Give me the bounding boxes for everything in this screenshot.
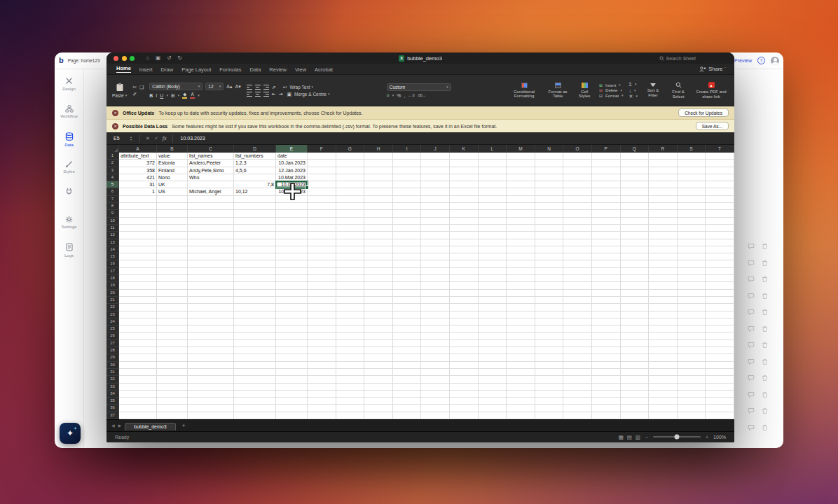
cell-R23[interactable]: [649, 312, 678, 318]
cell-M33[interactable]: [507, 384, 535, 391]
cell-R34[interactable]: [649, 391, 678, 398]
cell-N5[interactable]: [535, 181, 564, 188]
cell-I35[interactable]: [393, 398, 422, 405]
cell-J36[interactable]: [421, 405, 450, 412]
cell-B20[interactable]: [157, 290, 188, 297]
cell-Q27[interactable]: [621, 340, 650, 347]
cell-J31[interactable]: [421, 369, 450, 376]
cell-P8[interactable]: [592, 203, 621, 210]
cell-I16[interactable]: [393, 260, 422, 267]
cell-S20[interactable]: [678, 290, 706, 297]
conditional-formatting-button[interactable]: Conditional Formatting: [508, 77, 540, 104]
cell-T35[interactable]: [706, 398, 734, 405]
format-cells-button[interactable]: ⊡ Format ▾: [599, 94, 624, 98]
cell-C22[interactable]: [188, 304, 234, 311]
trash-icon[interactable]: [762, 424, 768, 431]
align-center-icon[interactable]: [255, 92, 261, 97]
cell-S35[interactable]: [678, 398, 706, 405]
sidebar-item-workflow[interactable]: Workflow: [55, 105, 83, 133]
cell-F11[interactable]: [308, 225, 336, 232]
cell-A3[interactable]: 358: [119, 167, 157, 174]
cell-A5[interactable]: 31: [119, 181, 157, 188]
cell-D19[interactable]: [234, 282, 276, 289]
cell-Q29[interactable]: [621, 354, 650, 361]
font-color-button[interactable]: A: [190, 92, 195, 99]
cell-P31[interactable]: [592, 369, 621, 376]
row-header-23[interactable]: 23: [107, 312, 119, 318]
cell-F30[interactable]: [308, 362, 336, 369]
cell-O14[interactable]: [563, 246, 592, 253]
cell-R9[interactable]: [649, 210, 678, 217]
cell-R16[interactable]: [649, 260, 678, 267]
cell-E24[interactable]: [276, 318, 308, 326]
row-header-17[interactable]: 17: [107, 268, 119, 275]
cell-E23[interactable]: [276, 312, 308, 318]
cell-Q28[interactable]: [621, 347, 650, 354]
cell-Q30[interactable]: [621, 362, 650, 369]
ribbon-tab-data[interactable]: Data: [250, 66, 261, 73]
cell-C28[interactable]: [188, 347, 234, 354]
trash-icon[interactable]: [762, 293, 768, 300]
ribbon-tab-acrobat[interactable]: Acrobat: [315, 66, 333, 73]
cell-H2[interactable]: [364, 160, 393, 167]
cell-K30[interactable]: [450, 362, 479, 369]
row-header-34[interactable]: 34: [107, 391, 119, 398]
cell-M12[interactable]: [507, 232, 535, 239]
cell-K12[interactable]: [450, 232, 479, 239]
cell-D20[interactable]: [234, 290, 276, 297]
cell-B9[interactable]: [157, 210, 188, 217]
cell-C3[interactable]: Andy,Pete,Simo: [188, 167, 234, 174]
add-sheet-button[interactable]: +: [182, 422, 186, 429]
trash-icon[interactable]: [762, 260, 768, 267]
column-header-R[interactable]: R: [649, 145, 678, 153]
cell-O16[interactable]: [563, 260, 592, 267]
cell-R4[interactable]: [649, 174, 678, 181]
cell-K3[interactable]: [450, 167, 479, 174]
cell-S37[interactable]: [678, 412, 706, 419]
cell-P20[interactable]: [592, 290, 621, 297]
cell-L13[interactable]: [479, 239, 507, 246]
accounting-format-icon[interactable]: ¤: [387, 93, 390, 98]
cell-N6[interactable]: [535, 188, 564, 195]
cell-Q34[interactable]: [621, 391, 650, 398]
create-pdf-button[interactable]: ▲ Create PDF and share link: [694, 77, 729, 104]
comment-icon[interactable]: [748, 407, 755, 414]
cell-T34[interactable]: [706, 391, 734, 398]
cell-J8[interactable]: [421, 203, 450, 210]
cell-G24[interactable]: [336, 318, 365, 326]
cell-K6[interactable]: [450, 188, 479, 195]
cell-F17[interactable]: [308, 268, 336, 275]
cell-O11[interactable]: [563, 225, 592, 232]
cell-S36[interactable]: [678, 405, 706, 412]
row-header-10[interactable]: 10: [107, 218, 119, 225]
cell-T25[interactable]: [706, 326, 734, 332]
cell-G22[interactable]: [336, 304, 365, 311]
trash-icon[interactable]: [762, 326, 768, 332]
cell-K4[interactable]: [450, 174, 479, 181]
row-header-15[interactable]: 15: [107, 253, 119, 260]
cell-O6[interactable]: [563, 188, 592, 195]
cell-Q12[interactable]: [621, 232, 650, 239]
insert-cells-button[interactable]: ⊞ Insert ▾: [599, 83, 624, 88]
cell-J33[interactable]: [421, 384, 450, 391]
cell-F26[interactable]: [308, 332, 336, 340]
align-top-icon[interactable]: [247, 85, 252, 90]
cell-R12[interactable]: [649, 232, 678, 239]
cell-C8[interactable]: [188, 203, 234, 210]
cell-F36[interactable]: [308, 405, 336, 412]
column-header-N[interactable]: N: [535, 145, 564, 153]
cell-J32[interactable]: [421, 376, 450, 383]
cell-P9[interactable]: [592, 210, 621, 217]
cell-Q19[interactable]: [621, 282, 650, 289]
cell-N11[interactable]: [535, 225, 564, 232]
cell-D5[interactable]: 7,8: [234, 181, 276, 188]
cell-P25[interactable]: [592, 326, 621, 332]
cell-P10[interactable]: [592, 218, 621, 225]
cell-T5[interactable]: [706, 181, 734, 188]
cell-D29[interactable]: [234, 354, 276, 361]
cell-G6[interactable]: [336, 188, 365, 195]
cell-K19[interactable]: [450, 282, 479, 289]
comment-icon[interactable]: [748, 342, 755, 349]
cell-H23[interactable]: [364, 312, 393, 318]
cell-E22[interactable]: [276, 304, 308, 311]
